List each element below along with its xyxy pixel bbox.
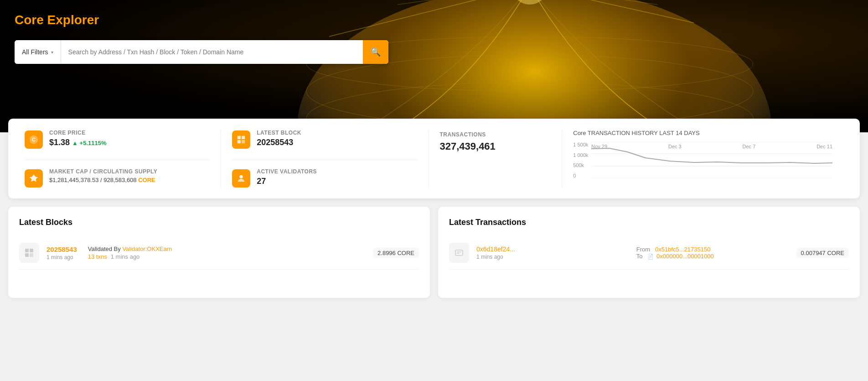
validators-info: ACTIVE VALIDATORS 27 [257,168,317,186]
svg-rect-14 [242,136,245,139]
core-price-icon: C [25,130,43,149]
price-value: $1.38 ▲ +5.1115% [49,138,106,147]
stats-bar: C CORE PRICE $1.38 ▲ +5.1115% [8,119,860,198]
svg-rect-15 [238,140,241,143]
chart-area: 1 500k 1 000k 500k 0 Nov 29 Dec 3 Dec 7 … [573,142,832,188]
transactions-value: 327,439,461 [440,141,551,152]
svg-rect-26 [455,250,463,256]
app-logo: Core Explorer [15,13,853,27]
market-cap-section: MARKET CAP / CIRCULATING SUPPLY $1,281,4… [25,168,210,188]
from-label: From [636,246,650,253]
validators-icon [232,169,250,188]
search-input[interactable] [61,48,363,56]
tx-time: 1 mins ago [476,254,629,260]
svg-rect-25 [30,253,33,257]
chart-y-labels: 1 500k 1 000k 500k 0 [573,142,588,178]
svg-marker-12 [30,174,38,182]
filter-label: All Filters [22,48,48,56]
table-row: 20258543 1 mins ago Validated By Validat… [19,236,419,270]
hero-section: Core Explorer All Filters ▾ 🔍 [0,0,868,132]
tx-to-row: To 📄 0x000000...00001000 [636,253,789,260]
stats-col-txns: TRANSACTIONS 327,439,461 [429,130,563,188]
svg-text:C: C [32,137,36,142]
market-cap-label: MARKET CAP / CIRCULATING SUPPLY [49,168,157,175]
hero-content: Core Explorer All Filters ▾ 🔍 [0,0,868,64]
latest-block-value: 20258543 [257,138,301,147]
latest-block-info: LATEST BLOCK 20258543 [257,130,301,147]
block-number[interactable]: 20258543 [46,245,77,253]
validators-value: 27 [257,177,317,186]
validators-label: ACTIVE VALIDATORS [257,168,317,175]
transactions-label: TRANSACTIONS [440,131,551,138]
stats-col-chart: Core TRANSACTION HISTORY LAST 14 DAYS 1 … [562,130,843,188]
tx-icon [449,243,469,263]
market-cap-value: $1,281,445,378.53 / 928,583,608 CORE [49,177,157,183]
latest-blocks-panel: Latest Blocks 20258543 1 mins ago Valida… [8,207,430,298]
tx-to-addr[interactable]: 0x000000...00001000 [656,253,714,260]
filter-dropdown[interactable]: All Filters ▾ [15,40,61,64]
price-change: ▲ +5.1115% [72,140,106,146]
search-icon: 🔍 [371,47,381,57]
tx-hash[interactable]: 0x6d18ef24... [476,245,515,253]
tx-amount: 0.007947 CORE [796,248,849,258]
latest-block-icon [232,130,250,149]
validator-link[interactable]: Validator:OKXEarn [122,245,172,252]
svg-rect-13 [238,136,241,139]
latest-block-label: LATEST BLOCK [257,130,301,136]
document-icon: 📄 [647,254,654,259]
tx-from-addr[interactable]: 0x51bfc5...21735150 [655,246,710,253]
svg-rect-22 [25,249,29,252]
block-txns-time: 1 mins ago [109,253,140,260]
to-label: To [636,253,643,260]
divider2 [232,160,417,160]
chart-title: Core TRANSACTION HISTORY LAST 14 DAYS [573,130,832,136]
validators-section: ACTIVE VALIDATORS 27 [232,168,417,188]
search-button[interactable]: 🔍 [363,40,388,64]
bottom-panels: Latest Blocks 20258543 1 mins ago Valida… [0,198,868,306]
search-bar: All Filters ▾ 🔍 [15,40,388,64]
chevron-down-icon: ▾ [51,50,53,55]
market-cap-icon [25,169,43,188]
tx-from-row: From 0x51bfc5...21735150 [636,246,789,253]
latest-transactions-title: Latest Transactions [449,218,849,227]
latest-blocks-title: Latest Blocks [19,218,419,227]
table-row: 0x6d18ef24... 1 mins ago From 0x51bfc5..… [449,236,849,270]
stats-col-block: LATEST BLOCK 20258543 ACTIVE VALIDATORS … [221,130,429,188]
latest-block-section: LATEST BLOCK 20258543 [232,130,417,149]
svg-rect-16 [242,140,245,143]
latest-transactions-panel: Latest Transactions 0x6d18ef24... 1 mins… [438,207,860,298]
tx-detail: From 0x51bfc5...21735150 To 📄 0x000000..… [636,246,789,260]
block-validator-label: Validated By Validator:OKXEarn [88,245,366,252]
price-label: CORE PRICE [49,130,106,136]
block-reward: 2.8996 CORE [373,248,419,258]
block-icon [19,243,39,263]
tx-hash-info: 0x6d18ef24... 1 mins ago [476,245,629,260]
block-validator-info: Validated By Validator:OKXEarn 13 txns 1… [84,245,366,261]
block-txns-row: 13 txns 1 mins ago [88,252,366,261]
block-time: 1 mins ago [46,254,77,261]
stats-col-price: C CORE PRICE $1.38 ▲ +5.1115% [25,130,221,188]
divider [25,160,210,160]
block-number-info: 20258543 1 mins ago [46,245,77,261]
svg-point-17 [240,175,243,178]
price-section: C CORE PRICE $1.38 ▲ +5.1115% [25,130,210,149]
market-cap-info: MARKET CAP / CIRCULATING SUPPLY $1,281,4… [49,168,157,183]
svg-rect-24 [25,253,29,257]
chart-svg [591,142,832,178]
block-txns[interactable]: 13 txns [88,253,107,260]
price-info: CORE PRICE $1.38 ▲ +5.1115% [49,130,106,147]
svg-rect-23 [30,249,33,252]
